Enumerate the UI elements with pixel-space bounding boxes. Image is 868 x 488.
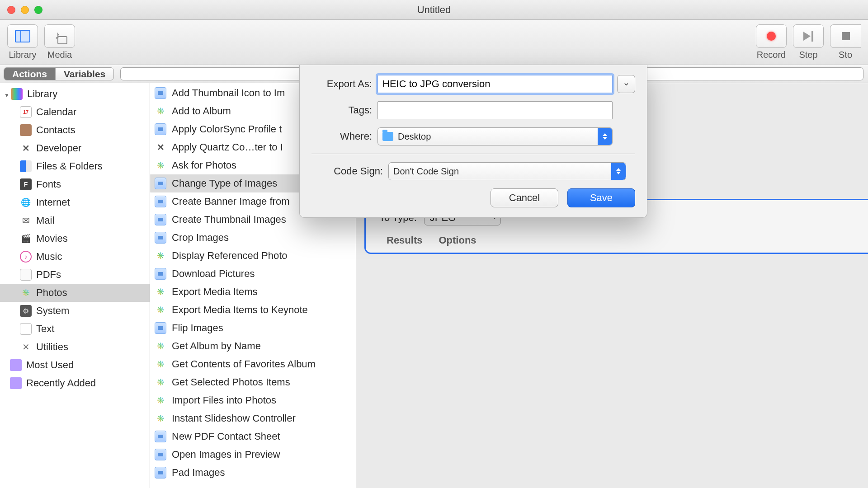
sidebar-item-label: Recently Added: [26, 377, 96, 389]
sidebar-item-label: System: [36, 305, 69, 317]
action-row[interactable]: Get Contents of Favorites Album: [150, 355, 356, 373]
updown-arrows-icon: [611, 163, 626, 180]
variables-tab[interactable]: Variables: [55, 68, 113, 80]
sidebar-item-label: Developer: [36, 142, 81, 154]
library-button-label: Library: [9, 50, 36, 60]
actions-tab[interactable]: Actions: [4, 68, 55, 80]
flower-icon: [155, 376, 166, 388]
sidebar-item-music[interactable]: Music: [0, 248, 150, 266]
sidebar-item-fonts[interactable]: Fonts: [0, 175, 150, 193]
flower-icon: [155, 286, 166, 298]
action-row[interactable]: Get Album by Name: [150, 337, 356, 355]
results-tab[interactable]: Results: [387, 235, 422, 246]
sidebar-item-utilities[interactable]: Utilities: [0, 338, 150, 356]
record-button-label: Record: [757, 50, 786, 60]
library-button[interactable]: [7, 24, 38, 48]
folder-icon: [382, 132, 393, 141]
options-tab[interactable]: Options: [439, 235, 476, 246]
sidebar-root-library[interactable]: Library: [0, 85, 150, 103]
photos-icon: [20, 287, 32, 299]
step-button[interactable]: [793, 24, 824, 48]
action-label: New PDF Contact Sheet: [172, 431, 280, 442]
save-button[interactable]: Save: [567, 188, 635, 207]
record-button[interactable]: [756, 24, 787, 48]
tags-input[interactable]: [377, 101, 613, 119]
stop-button[interactable]: [830, 24, 861, 48]
img-icon: [155, 322, 166, 334]
media-button[interactable]: [44, 24, 75, 48]
action-label: Pad Images: [172, 467, 225, 479]
library-mode-toggle[interactable]: Actions Variables: [4, 67, 114, 80]
action-row[interactable]: Download Pictures: [150, 265, 356, 283]
codesign-select[interactable]: Don't Code Sign: [388, 162, 626, 180]
action-row[interactable]: Flip Images: [150, 319, 356, 337]
action-label: Apply Quartz Co…ter to I: [172, 141, 283, 153]
img-icon: [155, 87, 166, 99]
action-row[interactable]: Get Selected Photos Items: [150, 373, 356, 391]
action-row[interactable]: Export Media Items to Keynote: [150, 301, 356, 319]
sidebar-item-label: Internet: [36, 197, 70, 208]
folder-icon: [10, 377, 22, 389]
action-row[interactable]: Import Files into Photos: [150, 391, 356, 409]
img-icon: [155, 449, 166, 460]
sidebar-item-label: Fonts: [36, 178, 61, 190]
contacts-icon: [20, 124, 32, 136]
sidebar-item-movies[interactable]: Movies: [0, 230, 150, 248]
sheet-separator: [311, 154, 635, 154]
step-icon: [803, 31, 813, 42]
music-icon: [20, 251, 32, 263]
where-value: Desktop: [398, 131, 431, 142]
sidebar-item-calendar[interactable]: Calendar: [0, 103, 150, 121]
sidebar-item-label: Mail: [36, 215, 54, 226]
sidebar-item-pdfs[interactable]: PDFs: [0, 266, 150, 284]
sidebar-item-system[interactable]: System: [0, 302, 150, 320]
main-toolbar: Library Media Record Step: [0, 20, 868, 65]
action-label: Open Images in Preview: [172, 449, 280, 460]
sidebar-item-label: Photos: [36, 287, 67, 299]
sidebar-item-photos[interactable]: Photos: [0, 284, 150, 302]
sidebar-item-contacts[interactable]: Contacts: [0, 121, 150, 139]
action-row[interactable]: Display Referenced Photo: [150, 247, 356, 265]
sidebar-item-label: Music: [36, 251, 62, 263]
calendar-icon: [20, 106, 32, 118]
action-row[interactable]: Pad Images: [150, 464, 356, 482]
action-row[interactable]: Open Images in Preview: [150, 446, 356, 464]
internet-icon: [20, 197, 32, 208]
sidebar-collection-most-used[interactable]: Most Used: [0, 356, 150, 374]
cancel-button-label: Cancel: [509, 192, 540, 204]
folder-icon: [10, 359, 22, 371]
export-save-sheet: Export As: Tags: Where: Desktop Code Sig…: [299, 65, 647, 218]
action-row[interactable]: Export Media Items: [150, 283, 356, 301]
save-button-label: Save: [590, 192, 613, 204]
window-titlebar: Untitled: [0, 0, 868, 20]
action-label: Export Media Items: [172, 286, 258, 298]
action-row[interactable]: Instant Slideshow Controller: [150, 409, 356, 427]
action-label: Add Thumbnail Icon to Im: [172, 87, 285, 99]
flower-icon: [155, 304, 166, 316]
sidebar-item-label: Movies: [36, 233, 68, 244]
sidebar-item-text[interactable]: Text: [0, 320, 150, 338]
movies-icon: [20, 233, 32, 244]
sidebar-item-label: Text: [36, 323, 54, 335]
action-row[interactable]: Crop Images: [150, 229, 356, 247]
action-label: Get Contents of Favorites Album: [172, 358, 316, 370]
where-select[interactable]: Desktop: [377, 127, 613, 145]
system-icon: [20, 305, 32, 317]
sidebar-item-label: Utilities: [36, 341, 68, 353]
cancel-button[interactable]: Cancel: [491, 188, 558, 207]
action-label: Instant Slideshow Controller: [172, 413, 296, 424]
action-row[interactable]: New PDF Contact Sheet: [150, 427, 356, 446]
pdf-icon: [20, 269, 32, 281]
updown-arrows-icon: [598, 128, 612, 145]
flower-icon: [155, 413, 166, 424]
sidebar-item-internet[interactable]: Internet: [0, 193, 150, 211]
tags-label: Tags:: [311, 104, 377, 116]
sidebar-item-developer[interactable]: Developer: [0, 139, 150, 157]
sidebar-item-mail[interactable]: Mail: [0, 211, 150, 230]
sidebar-collection-recently-added[interactable]: Recently Added: [0, 374, 150, 392]
codesign-value: Don't Code Sign: [393, 166, 459, 177]
expand-save-dialog-button[interactable]: [617, 75, 635, 93]
disclosure-triangle-icon[interactable]: [4, 88, 10, 100]
export-as-input[interactable]: [377, 75, 613, 93]
sidebar-item-files-folders[interactable]: Files & Folders: [0, 157, 150, 175]
